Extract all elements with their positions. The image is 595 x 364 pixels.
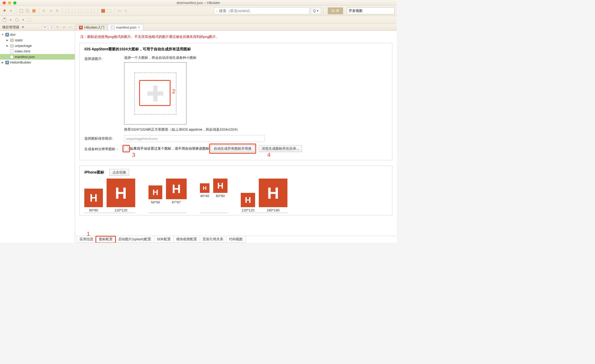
- app-icon-120b[interactable]: H: [241, 193, 255, 207]
- close-tab-icon[interactable]: ✕: [138, 26, 140, 29]
- minimize-view-icon[interactable]: ▭: [62, 25, 66, 29]
- qa-button[interactable]: 问 答: [328, 7, 343, 14]
- close-view-icon[interactable]: ✕: [21, 25, 24, 29]
- link-editor-icon[interactable]: ⇆: [42, 25, 47, 29]
- font-dec-icon[interactable]: A-: [124, 8, 129, 13]
- main-toolbar: + ▾ N A+ A- ⌕ Q ▼ 问 答 开发视图: [0, 6, 397, 16]
- svg-rect-5: [72, 9, 76, 13]
- annotation-1: 1: [87, 230, 90, 237]
- svg-point-12: [4, 18, 5, 19]
- tree-item-unpackage[interactable]: ▶ unpackage: [0, 43, 75, 48]
- app-icon-120a[interactable]: H: [107, 179, 135, 207]
- run-device-icon[interactable]: [2, 17, 7, 22]
- search-box[interactable]: ⌕: [214, 7, 309, 14]
- save-all-icon[interactable]: [25, 8, 30, 13]
- search-scope-button[interactable]: Q ▼: [311, 7, 321, 14]
- toolbar-icon-6[interactable]: N: [55, 8, 59, 13]
- iphone-icons-title: iPhone图标: [84, 170, 104, 175]
- app-icon-80[interactable]: H: [84, 189, 103, 207]
- svg-rect-2: [27, 10, 29, 12]
- tab-manifest[interactable]: manifest.json ✕: [108, 24, 143, 30]
- globe-icon[interactable]: [15, 17, 19, 22]
- annotation-3: 3: [132, 152, 135, 158]
- project-explorer-title: 项目管理器: [2, 25, 19, 30]
- project-explorer: 项目管理器 ✕ ⇆ ⇲ ▽ ▭ □ ▼A dist ▶ static ▶ unp…: [0, 24, 75, 243]
- tree-item-hellohbuilder[interactable]: ▶A HelloHBuilder: [0, 60, 75, 65]
- run-icon[interactable]: [101, 8, 106, 13]
- json-file-icon: [111, 26, 115, 29]
- toolbar-icon-8[interactable]: [71, 8, 76, 13]
- svg-rect-0: [20, 9, 23, 12]
- view-menu-icon[interactable]: ▽: [55, 25, 60, 29]
- icon-group-3: H H 40*4060*60: [200, 179, 228, 213]
- btab-sdk-config[interactable]: SDK配置: [154, 236, 174, 243]
- toolbar-icon-13[interactable]: [107, 8, 112, 13]
- dropdown-icon[interactable]: ▼: [22, 19, 24, 21]
- icon-dropzone[interactable]: 2: [124, 62, 186, 125]
- search-icon: ⌕: [216, 9, 218, 13]
- btab-app-info[interactable]: 应用信息: [77, 236, 96, 243]
- app-icon-58[interactable]: H: [148, 185, 162, 199]
- toolbar-icon-11[interactable]: [90, 8, 95, 13]
- svg-point-13: [15, 18, 19, 21]
- tree-item-manifest[interactable]: manifest.json: [0, 54, 75, 60]
- toolbar-icon-9[interactable]: [78, 8, 82, 13]
- toolbar2-icon-3[interactable]: [27, 17, 32, 22]
- svg-rect-4: [65, 9, 69, 13]
- tree-item-dist[interactable]: ▼A dist: [0, 32, 75, 37]
- svg-rect-14: [28, 18, 31, 22]
- toolbar-icon-10[interactable]: [84, 8, 89, 13]
- source-image-hint: 选择一个大图标，将会自动压缩生成各种小图标: [124, 55, 387, 60]
- tree-item-index[interactable]: index.html: [0, 48, 75, 54]
- app-icon-87[interactable]: H: [166, 179, 187, 199]
- app-icon-40[interactable]: H: [200, 183, 209, 193]
- perspective-selector[interactable]: 开发视图: [347, 7, 395, 14]
- tree-item-static[interactable]: ▶ static: [0, 37, 75, 43]
- plus-icon: [147, 86, 163, 101]
- toolbar-icon-7[interactable]: [65, 8, 70, 13]
- warning-text: 注：图标必须使用png格式的图片。不支持其他格式的图片通过修改后缀名得到的png…: [80, 34, 392, 39]
- dropdown-icon[interactable]: ▾: [8, 8, 13, 13]
- svg-rect-1: [26, 9, 28, 12]
- generate-label: 生成各种分辨率图标：: [84, 146, 124, 152]
- app-icon-180[interactable]: H: [259, 179, 287, 207]
- svg-rect-10: [108, 9, 111, 13]
- new-icon[interactable]: +: [2, 8, 7, 13]
- save-path-input[interactable]: [124, 135, 265, 142]
- maximize-view-icon[interactable]: □: [68, 25, 73, 29]
- editor-tabs: H HBuilder入门 manifest.json ✕: [75, 24, 397, 31]
- tab-hbuilder-intro[interactable]: H HBuilder入门: [76, 24, 107, 30]
- svg-rect-8: [91, 9, 95, 13]
- btab-icon-config[interactable]: 图标配置: [96, 236, 116, 243]
- toolbar-icon-3[interactable]: [32, 8, 36, 13]
- editor-area: H HBuilder入门 manifest.json ✕ 注：图标必须使用png…: [75, 24, 397, 243]
- btab-page-refs[interactable]: 页面引用关系: [200, 236, 226, 243]
- save-path-label: 选择图标保存路径:: [84, 135, 124, 141]
- dropdown-icon[interactable]: ▼: [10, 19, 12, 21]
- btab-splash-config[interactable]: 启动图片(splash)配置: [115, 236, 154, 243]
- svg-rect-6: [78, 9, 82, 13]
- collapse-icon[interactable]: ⇲: [49, 25, 54, 29]
- no-replace-checkbox[interactable]: [124, 147, 128, 151]
- btab-code-view[interactable]: 代码视图: [226, 236, 246, 243]
- annotation-2: 2: [172, 88, 175, 95]
- btab-module-perm[interactable]: 模块权限配置: [173, 236, 200, 243]
- hbuilder-icon: H: [79, 26, 83, 29]
- manifest-bottom-tabs: 1 应用信息 图标配置 启动图片(splash)配置 SDK配置 模块权限配置 …: [75, 236, 397, 243]
- annotation-4: 4: [267, 152, 270, 158]
- font-inc-icon[interactable]: A+: [117, 8, 122, 13]
- no-replace-label: 如果我手动设置过某个图标，请不用自动替换该图标: [130, 146, 209, 151]
- icon-group-4: H H 120*120180*180: [241, 179, 287, 213]
- icon-group-2: H H 58*5887*87: [148, 179, 187, 213]
- switch-button[interactable]: 点击切换: [110, 169, 129, 176]
- svg-rect-9: [101, 9, 105, 13]
- iphone-icons-panel: iPhone图标 点击切换 H H 80*80120*120 H: [79, 166, 392, 215]
- svg-rect-3: [32, 9, 36, 12]
- undo-icon[interactable]: [42, 8, 47, 13]
- search-input[interactable]: [219, 9, 308, 13]
- redo-icon[interactable]: [48, 8, 53, 13]
- save-icon[interactable]: [19, 8, 24, 13]
- browse-output-button[interactable]: 浏览生成图标所在目录...: [259, 145, 302, 152]
- app-icon-60[interactable]: H: [213, 179, 228, 193]
- auto-generate-button[interactable]: 自动生成所有图标并替换: [211, 145, 255, 152]
